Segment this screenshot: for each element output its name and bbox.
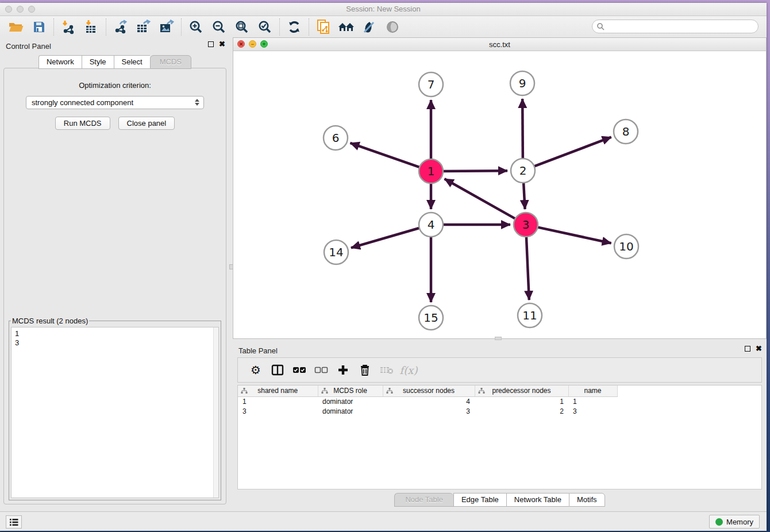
delete-table-button[interactable]	[377, 360, 396, 380]
search-box[interactable]	[592, 20, 759, 33]
cell-successor_nodes[interactable]: 3	[383, 406, 475, 416]
graph-node-7[interactable]: 7	[419, 72, 443, 97]
home-neighbors-button[interactable]	[335, 18, 358, 36]
criterion-select[interactable]: strongly connected component	[26, 96, 204, 109]
search-input[interactable]	[605, 21, 758, 32]
cell-mcds_role[interactable]: dominator	[318, 396, 383, 406]
cell-predecessor_nodes[interactable]: 2	[475, 406, 568, 416]
tab-style[interactable]: Style	[82, 55, 114, 69]
deselect-all-columns-button[interactable]	[311, 360, 331, 380]
network-graph[interactable]: 7 9 6 8 1 2 4 3 14	[233, 51, 766, 338]
graph-edge-3-1[interactable]	[445, 179, 518, 219]
tab-edge-table[interactable]: Edge Table	[453, 493, 506, 507]
select-all-columns-button[interactable]	[290, 360, 309, 380]
tab-select[interactable]: Select	[114, 55, 150, 69]
close-panel-icon[interactable]: ✖	[219, 41, 225, 47]
run-mcds-button[interactable]: Run MCDS	[55, 117, 110, 130]
network-canvas[interactable]: 7 9 6 8 1 2 4 3 14	[233, 51, 766, 338]
float-panel-icon[interactable]	[208, 41, 214, 47]
svg-text:2: 2	[519, 164, 527, 178]
close-panel-button[interactable]: Close panel	[118, 117, 175, 130]
table-toolbar: ⚙	[237, 357, 762, 383]
column-header-name[interactable]: name	[568, 385, 617, 396]
toolbar-separator	[106, 18, 106, 36]
float-table-panel-icon[interactable]	[745, 346, 750, 352]
graph-node-10[interactable]: 10	[614, 234, 638, 259]
cell-shared_name[interactable]: 1	[238, 396, 318, 406]
column-header-predecessor-nodes[interactable]: predecessor nodes	[475, 385, 568, 396]
delete-column-button[interactable]	[355, 360, 375, 380]
memory-button[interactable]: Memory	[709, 515, 760, 529]
zoom-selected-icon	[257, 20, 272, 34]
result-scrollbar[interactable]	[213, 327, 218, 498]
table-row[interactable]: 1dominator411	[238, 396, 617, 406]
show-graphics-button[interactable]	[381, 18, 404, 36]
tab-mcds[interactable]: MCDS	[150, 55, 191, 69]
copy-network-button[interactable]	[312, 18, 335, 36]
tab-network[interactable]: Network	[38, 55, 82, 69]
task-history-button[interactable]	[6, 515, 22, 529]
export-image-button[interactable]	[155, 18, 178, 36]
tab-motifs[interactable]: Motifs	[569, 493, 605, 507]
graph-node-3[interactable]: 3	[514, 213, 538, 237]
export-table-button[interactable]	[132, 18, 155, 36]
import-network-button[interactable]	[57, 18, 80, 36]
graph-edge-3-10[interactable]	[536, 227, 611, 244]
graph-node-11[interactable]: 11	[518, 303, 542, 327]
cell-mcds_role[interactable]: dominator	[318, 406, 383, 416]
tab-node-table[interactable]: Node Table	[394, 493, 453, 507]
mcds-result-list[interactable]: 1 3	[11, 327, 219, 498]
graph-node-2[interactable]: 2	[511, 159, 535, 183]
column-header-successor-nodes[interactable]: successor nodes	[383, 385, 475, 396]
cell-predecessor_nodes[interactable]: 1	[475, 396, 568, 406]
add-column-button[interactable]	[333, 360, 353, 380]
graph-edge-2-3[interactable]	[523, 180, 525, 209]
graph-edge-3-11[interactable]	[526, 234, 529, 300]
close-table-panel-icon[interactable]: ✖	[756, 346, 762, 352]
zoom-out-button[interactable]	[207, 18, 230, 36]
tab-network-table[interactable]: Network Table	[506, 493, 569, 507]
tree-icon	[241, 388, 248, 394]
refresh-button[interactable]	[283, 18, 306, 36]
graph-node-6[interactable]: 6	[324, 126, 348, 150]
cell-successor_nodes[interactable]: 4	[383, 396, 475, 406]
cell-name[interactable]: 3	[568, 406, 617, 416]
column-header-mcds-role[interactable]: MCDS role	[318, 385, 383, 396]
graph-node-4[interactable]: 4	[419, 213, 443, 237]
style-brush-button[interactable]	[358, 18, 381, 36]
column-header-shared-name[interactable]: shared name	[238, 385, 318, 396]
column-view-button[interactable]	[268, 360, 287, 380]
graph-node-14[interactable]: 14	[324, 240, 348, 264]
svg-text:4: 4	[428, 218, 435, 232]
open-session-button[interactable]	[5, 18, 28, 36]
graph-edge-1-2[interactable]	[441, 171, 507, 171]
cell-shared_name[interactable]: 3	[238, 406, 318, 416]
import-table-button[interactable]	[80, 18, 103, 36]
zoom-selected-button[interactable]	[253, 18, 276, 36]
zoom-fit-button[interactable]	[230, 18, 253, 36]
toolbar-separator	[279, 18, 280, 36]
zoom-in-button[interactable]	[184, 18, 207, 36]
save-session-button[interactable]	[28, 18, 51, 36]
table-row[interactable]: 3dominator323	[238, 406, 617, 416]
tree-icon	[321, 388, 328, 394]
graph-edge-2-8[interactable]	[532, 137, 611, 167]
network-window-titlebar[interactable]: ✕ − + scc.txt	[233, 38, 766, 51]
memory-status-icon	[715, 518, 723, 526]
trash-icon	[360, 364, 370, 376]
graph-node-15[interactable]: 15	[419, 306, 443, 330]
export-network-button[interactable]	[109, 18, 132, 36]
graph-edge-1-6[interactable]	[350, 143, 421, 168]
zoom-out-icon	[211, 20, 226, 34]
folder-open-icon	[8, 20, 24, 34]
table-settings-button[interactable]: ⚙	[246, 360, 265, 380]
function-builder-button[interactable]: f(x)	[399, 360, 418, 380]
graph-edge-2-9[interactable]	[522, 99, 523, 161]
horizontal-splitter-grip[interactable]	[495, 337, 502, 340]
graph-node-8[interactable]: 8	[614, 119, 638, 144]
graph-node-1[interactable]: 1	[419, 159, 443, 183]
cell-name[interactable]: 1	[568, 396, 617, 406]
refresh-icon	[287, 20, 302, 34]
graph-edge-4-14[interactable]	[351, 228, 422, 248]
graph-node-9[interactable]: 9	[510, 71, 534, 95]
